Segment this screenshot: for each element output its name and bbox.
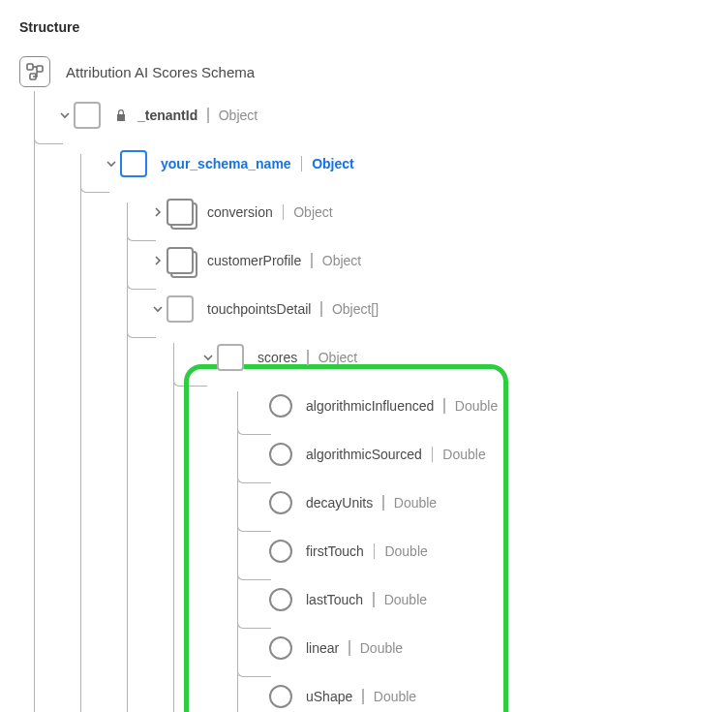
tree-leaf[interactable]: uShape Double [19, 672, 709, 712]
svg-rect-1 [37, 66, 43, 72]
field-type: Double [360, 640, 403, 656]
schema-tree: Attribution AI Scores Schema _tenantId O… [19, 52, 709, 712]
field-name: algorithmicSourced [306, 447, 422, 462]
node-object-stack-icon [167, 199, 194, 226]
schema-root-icon [19, 56, 50, 87]
root-title: Attribution AI Scores Schema [66, 64, 255, 80]
field-type: Object [318, 350, 357, 365]
node-leaf-icon [269, 394, 292, 418]
tree-leaf[interactable]: algorithmicInfluenced Double [19, 382, 709, 430]
field-name: uShape [306, 689, 352, 704]
tree-leaf[interactable]: decayUnits Double [19, 479, 709, 527]
tree-leaf[interactable]: linear Double [19, 624, 709, 672]
field-name: touchpointsDetail [207, 301, 311, 317]
tree-node-tenant[interactable]: _tenantId Object [19, 91, 709, 139]
field-name: scores [258, 350, 297, 365]
tree-node-conversion[interactable]: conversion Object [19, 188, 709, 236]
field-name: conversion [207, 204, 273, 220]
field-type: Double [455, 398, 498, 414]
svg-rect-0 [27, 64, 33, 70]
chevron-down-icon[interactable] [149, 304, 167, 314]
field-type: Double [394, 495, 437, 511]
chevron-right-icon[interactable] [149, 256, 167, 265]
field-name: linear [306, 640, 339, 656]
field-type: Double [384, 543, 427, 559]
field-type: Object [322, 253, 361, 268]
tree-leaf[interactable]: firstTouch Double [19, 527, 709, 575]
field-name: decayUnits [306, 495, 373, 511]
tree-node-touchpointsdetail[interactable]: touchpointsDetail Object[] [19, 285, 709, 333]
tree-leaf[interactable]: algorithmicSourced Double [19, 430, 709, 479]
chevron-down-icon[interactable] [56, 110, 74, 120]
node-object-icon [74, 102, 101, 129]
lock-icon [114, 108, 128, 122]
tree-root-row[interactable]: Attribution AI Scores Schema [19, 52, 709, 91]
field-type: Object [312, 156, 354, 171]
tree-node-customerprofile[interactable]: customerProfile Object [19, 236, 709, 285]
tree-node-schema[interactable]: your_schema_name Object [19, 139, 709, 188]
field-name: your_schema_name [161, 156, 291, 171]
tree-node-scores[interactable]: scores Object [19, 333, 709, 382]
node-leaf-icon [269, 636, 292, 660]
node-leaf-icon [269, 685, 292, 708]
node-object-icon [120, 150, 147, 177]
field-name: algorithmicInfluenced [306, 398, 434, 414]
chevron-right-icon[interactable] [149, 207, 167, 217]
node-leaf-icon [269, 491, 292, 514]
field-name: customerProfile [207, 253, 301, 268]
node-leaf-icon [269, 588, 292, 611]
field-type: Object [293, 204, 332, 220]
chevron-down-icon[interactable] [199, 353, 217, 362]
node-object-icon [217, 344, 244, 371]
node-leaf-icon [269, 443, 292, 466]
chevron-down-icon[interactable] [103, 159, 120, 169]
field-name: lastTouch [306, 592, 363, 607]
node-object-stack-icon [167, 247, 194, 274]
field-type: Object [219, 108, 258, 123]
tree-leaf[interactable]: lastTouch Double [19, 575, 709, 624]
field-name: firstTouch [306, 543, 364, 559]
node-object-icon [167, 295, 194, 323]
field-type: Double [384, 592, 427, 607]
panel-title: Structure [19, 19, 709, 35]
field-type: Double [442, 447, 485, 462]
node-leaf-icon [269, 540, 292, 563]
field-type: Double [374, 689, 416, 704]
field-name: _tenantId [137, 108, 197, 123]
field-type: Object[] [332, 301, 379, 317]
